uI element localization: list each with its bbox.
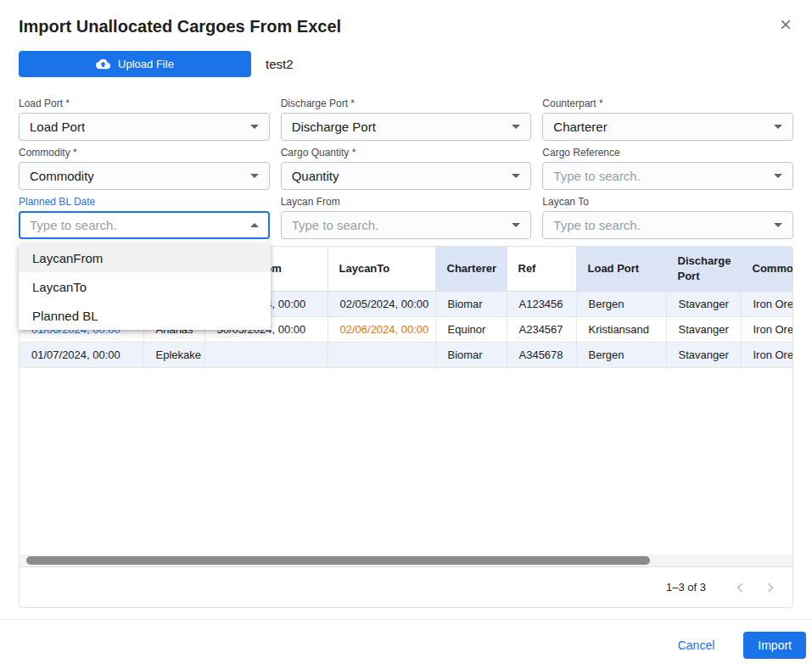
caret-down-icon — [512, 125, 520, 129]
select-planned-bl-date[interactable]: Type to search. — [19, 211, 270, 239]
table-cell: Iron Ore — [741, 342, 792, 367]
select-commodity[interactable]: Commodity — [19, 162, 270, 190]
form-field-discharge-port: Discharge Port *Discharge Port — [281, 98, 532, 141]
form-field-cargo-quantity: Cargo Quantity *Quantity — [281, 148, 532, 190]
table-cell: Kristiansand — [576, 316, 666, 342]
select-laycan-to[interactable]: Type to search. — [542, 211, 793, 239]
cancel-button[interactable]: Cancel — [669, 632, 724, 659]
select-placeholder: Type to search. — [30, 218, 117, 232]
form-field-laycan-from: Laycan FromType to search. — [281, 197, 532, 239]
field-label-cargo-reference: Cargo Reference — [542, 148, 793, 158]
select-value: Quantity — [292, 169, 339, 183]
table-cell: Bergen — [576, 291, 666, 316]
upload-file-label: Upload File — [118, 58, 174, 70]
caret-down-icon — [512, 223, 520, 227]
table-cell: Stavanger — [666, 342, 741, 367]
select-cargo-quantity[interactable]: Quantity — [281, 162, 532, 190]
select-value: Discharge Port — [292, 120, 376, 134]
column-header: Ref — [507, 247, 576, 291]
caret-down-icon — [774, 223, 782, 227]
caret-down-icon — [512, 174, 520, 178]
column-header: Commodity — [741, 247, 792, 291]
caret-down-icon — [774, 174, 782, 178]
field-label-commodity: Commodity * — [19, 148, 270, 158]
form-field-laycan-to: Laycan ToType to search. — [542, 197, 793, 239]
field-label-discharge-port: Discharge Port * — [281, 98, 532, 109]
table-cell: A345678 — [507, 342, 576, 367]
chevron-right-icon — [761, 578, 780, 597]
column-header: Charterer — [435, 247, 507, 291]
select-load-port[interactable]: Load Port — [19, 113, 270, 141]
caret-down-icon — [250, 174, 259, 178]
caret-up-icon — [250, 223, 259, 227]
table-cell: 01/07/2024, 00:00 — [20, 342, 143, 367]
select-placeholder: Type to search. — [553, 218, 641, 232]
column-header: Load Port — [576, 247, 666, 291]
select-value: Load Port — [30, 120, 85, 134]
field-label-planned-bl-date: Planned BL Date — [19, 197, 270, 207]
table-cell: Iron Ore — [741, 291, 792, 316]
table-cell: A123456 — [507, 291, 576, 316]
horizontal-scrollbar-track[interactable] — [20, 555, 792, 566]
close-button[interactable] — [776, 15, 795, 34]
select-counterpart[interactable]: Charterer — [542, 113, 793, 141]
table-cell: Eplekake — [143, 342, 204, 367]
upload-file-button[interactable]: Upload File — [19, 51, 251, 77]
form-field-cargo-reference: Cargo ReferenceType to search. — [542, 148, 793, 190]
next-page-button[interactable] — [755, 572, 786, 603]
form-field-commodity: Commodity *Commodity — [19, 148, 270, 190]
table-cell — [328, 342, 435, 367]
upload-row: Upload File test2 — [19, 51, 793, 77]
field-label-laycan-to: Laycan To — [542, 197, 793, 207]
pagination-bar: 1–3 of 3 — [20, 566, 792, 607]
pagination-range-label: 1–3 of 3 — [666, 581, 706, 594]
table-cell: Stavanger — [666, 291, 741, 316]
import-unallocated-cargoes-dialog: Import Unallocated Cargoes From Excel Up… — [0, 0, 812, 669]
select-placeholder: Type to search. — [553, 169, 641, 183]
table-cell: Biomar — [435, 342, 507, 367]
dialog-title: Import Unallocated Cargoes From Excel — [19, 15, 341, 37]
caret-down-icon — [774, 125, 782, 129]
table-cell: 02/05/2024, 00:00 — [328, 291, 435, 316]
column-header: Discharge Port — [666, 247, 741, 291]
close-icon — [778, 17, 793, 32]
horizontal-scrollbar-thumb[interactable] — [26, 556, 650, 565]
field-label-counterpart: Counterpart * — [542, 98, 793, 109]
select-placeholder: Type to search. — [292, 218, 379, 232]
menu-option-laycanto[interactable]: LaycanTo — [19, 272, 271, 301]
dialog-actions: Cancel Import — [0, 619, 812, 659]
column-mapping-form: Load Port *Load PortDischarge Port *Disc… — [19, 98, 793, 239]
caret-down-icon — [250, 125, 259, 129]
menu-option-laycanfrom[interactable]: LaycanFrom — [19, 243, 271, 272]
select-value: Commodity — [30, 169, 94, 183]
form-field-load-port: Load Port *Load Port — [19, 98, 270, 141]
chevron-left-icon — [731, 578, 749, 597]
uploaded-filename: test2 — [266, 57, 294, 71]
table-cell: Bergen — [576, 342, 666, 367]
table-cell: Iron Ore — [741, 316, 792, 342]
column-header: LaycanTo — [328, 247, 435, 291]
select-discharge-port[interactable]: Discharge Port — [281, 113, 532, 141]
cloud-upload-icon — [96, 57, 110, 71]
table-cell: Stavanger — [666, 316, 741, 342]
select-cargo-reference[interactable]: Type to search. — [542, 162, 793, 190]
table-cell: Equinor — [435, 316, 507, 342]
form-field-planned-bl-date: Planned BL DateType to search. — [19, 197, 270, 239]
select-laycan-from[interactable]: Type to search. — [281, 211, 532, 239]
planned-bl-date-dropdown-menu: LaycanFromLaycanToPlanned BL — [19, 243, 271, 330]
select-value: Charterer — [553, 120, 607, 134]
previous-page-button[interactable] — [725, 572, 755, 603]
table-row: 01/07/2024, 00:00EplekakeBiomarA345678Be… — [20, 342, 792, 367]
table-cell: A234567 — [507, 316, 576, 342]
dialog-header: Import Unallocated Cargoes From Excel — [0, 0, 812, 37]
table-empty-area — [20, 368, 792, 555]
field-label-load-port: Load Port * — [19, 98, 270, 109]
import-button[interactable]: Import — [743, 632, 806, 659]
form-field-counterpart: Counterpart *Charterer — [542, 98, 793, 141]
table-cell — [204, 342, 328, 367]
table-cell: 02/06/2024, 00:00 — [328, 316, 435, 342]
field-label-cargo-quantity: Cargo Quantity * — [281, 148, 532, 158]
table-cell: Biomar — [435, 291, 507, 316]
field-label-laycan-from: Laycan From — [281, 197, 532, 207]
menu-option-planned-bl[interactable]: Planned BL — [19, 301, 271, 330]
